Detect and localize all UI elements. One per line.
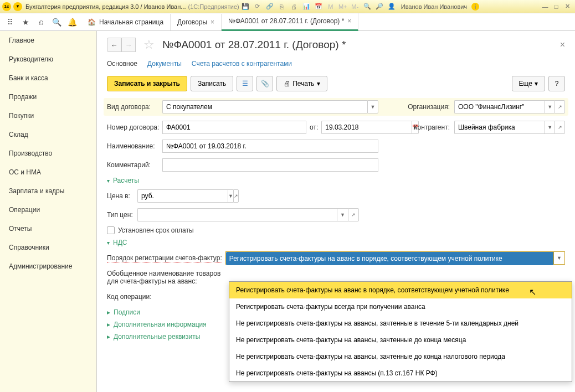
contract-type-input[interactable]: [162, 100, 367, 114]
sidebar-item-purchases[interactable]: Покупки: [0, 106, 96, 125]
tab-home[interactable]: 🏠 Начальная страница: [81, 14, 171, 30]
nav-forward-button[interactable]: →: [121, 38, 136, 52]
search-icon[interactable]: 🔍: [50, 16, 63, 29]
toolbar-zoomin-icon[interactable]: 🔍: [362, 2, 372, 12]
home-icon: 🏠: [88, 18, 96, 26]
open-icon[interactable]: ↗: [555, 100, 565, 114]
op-code-label: Код операции:: [107, 293, 157, 301]
price-in-label: Цена в:: [107, 192, 137, 200]
window-maximize-button[interactable]: □: [551, 2, 561, 11]
dropdown-icon[interactable]: ▼: [545, 121, 555, 134]
sidebar-item-reports[interactable]: Отчеты: [0, 219, 96, 238]
page-title: №ФА0001 от 28.07.2011 г. (Договор) *: [162, 39, 346, 51]
favorite-star-icon[interactable]: ☆: [143, 38, 155, 52]
toolbar-mplus-icon[interactable]: M+: [338, 2, 348, 12]
sidebar-item-admin[interactable]: Администрирование: [0, 257, 96, 276]
sidebar-item-warehouse[interactable]: Склад: [0, 125, 96, 144]
dropdown-option[interactable]: Не регистрировать счета-фактуры на аванс…: [229, 348, 572, 365]
dropdown-option[interactable]: Регистрировать счета-фактуры всегда при …: [229, 298, 572, 315]
toolbar-info-icon[interactable]: i: [471, 3, 479, 11]
sidebar-item-bank[interactable]: Банк и касса: [0, 69, 96, 87]
subtab-main[interactable]: Основное: [107, 60, 137, 69]
comment-input[interactable]: [162, 158, 378, 172]
dropdown-option[interactable]: Не регистрировать счета-фактуры на аванс…: [229, 332, 572, 348]
toolbar-calc-icon[interactable]: 📊: [301, 2, 311, 12]
open-icon[interactable]: ↗: [233, 189, 239, 203]
attach-icon-button[interactable]: 📎: [256, 76, 273, 91]
sidebar-item-assets[interactable]: ОС и НМА: [0, 163, 96, 182]
page-close-button[interactable]: ×: [560, 40, 565, 50]
app-icon: 1c: [2, 2, 11, 11]
toolbar-refresh-icon[interactable]: ⟳: [253, 2, 263, 12]
number-input[interactable]: [162, 121, 306, 134]
open-icon[interactable]: ↗: [348, 208, 359, 221]
notifications-icon[interactable]: 🔔: [65, 16, 79, 29]
price-type-input[interactable]: [137, 208, 337, 221]
counterparty-input[interactable]: [454, 121, 545, 134]
vat-section-header[interactable]: ▾ НДС: [107, 239, 565, 246]
toolbar-calendar-icon[interactable]: 📅: [314, 2, 324, 12]
toolbar-link-icon[interactable]: 🔗: [265, 2, 275, 12]
save-button[interactable]: Записать: [191, 76, 233, 91]
chevron-right-icon: ▸: [107, 333, 110, 341]
toolbar-print-icon[interactable]: 🖨: [289, 2, 299, 12]
invoice-order-input[interactable]: [226, 252, 553, 265]
open-icon[interactable]: ↗: [555, 121, 565, 134]
dropdown-icon[interactable]: ▼: [337, 208, 348, 221]
dropdown-option[interactable]: Не регистрировать счета-фактуры на аванс…: [229, 315, 572, 332]
more-button[interactable]: Еще ▾: [512, 76, 545, 91]
nav-back-button[interactable]: ←: [107, 38, 121, 52]
window-close-button[interactable]: ✕: [562, 2, 572, 11]
goods-name-label-2: для счета-фактуры на аванс:: [107, 277, 234, 285]
sidebar-item-directories[interactable]: Справочники: [0, 238, 96, 257]
chevron-right-icon: ▸: [107, 308, 110, 316]
dropdown-option[interactable]: Не регистрировать счета-фактуры на аванс…: [229, 365, 572, 381]
toolbar-copy-icon[interactable]: ⎘: [277, 2, 287, 12]
sidebar-item-operations[interactable]: Операции: [0, 200, 96, 219]
apps-icon[interactable]: ⠿: [3, 16, 17, 29]
print-button[interactable]: 🖨 Печать ▾: [276, 76, 327, 91]
date-input[interactable]: [321, 121, 412, 134]
toolbar-user-icon[interactable]: 👤: [387, 2, 397, 12]
toolbar-save-icon[interactable]: 💾: [240, 2, 250, 12]
list-icon-button[interactable]: ☰: [237, 76, 253, 91]
content-area: ← → ☆ №ФА0001 от 28.07.2011 г. (Договор)…: [97, 31, 575, 392]
sidebar-item-manager[interactable]: Руководителю: [0, 50, 96, 69]
sidebar-item-sales[interactable]: Продажи: [0, 87, 96, 106]
name-input[interactable]: [162, 140, 378, 153]
sidebar-item-main[interactable]: Главное: [0, 31, 96, 50]
dropdown-option[interactable]: Регистрировать счета-фактуры на аванс в …: [229, 282, 572, 298]
toolbar-mminus-icon[interactable]: M-: [350, 2, 360, 12]
price-type-label: Тип цен:: [107, 211, 137, 219]
org-input[interactable]: [454, 100, 545, 114]
dropdown-icon[interactable]: ▼: [553, 252, 564, 264]
tab-contract-detail[interactable]: №ФА0001 от 28.07.2011 г. (Договор) * ×: [222, 13, 358, 31]
dropdown-icon[interactable]: ▼: [367, 100, 378, 114]
close-icon[interactable]: ×: [347, 17, 351, 25]
help-button[interactable]: ?: [548, 76, 565, 91]
toolbar-m-icon[interactable]: M: [326, 2, 336, 12]
subtab-calc[interactable]: Счета расчетов с контрагентами: [192, 60, 292, 69]
window-minimize-button[interactable]: —: [540, 2, 550, 11]
invoice-order-label: Порядок регистрации счетов-фактур:: [107, 254, 222, 262]
window-titlebar: 1c ▼ Бухгалтерия предприятия, редакция 3…: [0, 0, 575, 13]
save-close-button[interactable]: Записать и закрыть: [107, 76, 187, 91]
close-icon[interactable]: ×: [211, 18, 214, 26]
tab-contracts[interactable]: Договоры ×: [171, 14, 222, 30]
platform-label: (1С:Предприятие): [188, 3, 239, 10]
history-icon[interactable]: ⎌: [34, 16, 48, 29]
invoice-order-dropdown: Регистрировать счета-фактуры на аванс в …: [229, 281, 572, 382]
sidebar-item-salary[interactable]: Зарплата и кадры: [0, 182, 96, 200]
dropdown-icon[interactable]: ▼: [545, 100, 555, 114]
payment-term-checkbox[interactable]: [107, 226, 115, 234]
sidebar-item-production[interactable]: Производство: [0, 144, 96, 163]
favorites-icon[interactable]: ★: [19, 16, 32, 29]
payment-term-label: Установлен срок оплаты: [118, 226, 194, 234]
toolbar-zoomout-icon[interactable]: 🔎: [374, 2, 384, 12]
chevron-down-icon: ▾: [107, 178, 110, 184]
subtab-docs[interactable]: Документы: [147, 60, 182, 69]
currency-input[interactable]: [137, 189, 228, 203]
calcs-section-header[interactable]: ▾ Расчеты: [107, 177, 565, 184]
dropdown-icon[interactable]: ▼: [228, 189, 233, 203]
app-menu-dropdown[interactable]: ▼: [13, 2, 22, 11]
